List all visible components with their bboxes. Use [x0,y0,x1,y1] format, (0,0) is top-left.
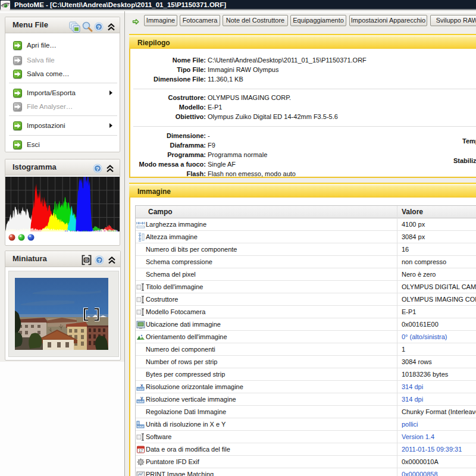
svg-text:y: y [140,395,143,400]
svg-text:AF: AF [84,259,88,262]
svg-text:17: 17 [139,449,143,453]
svg-text:?: ? [98,257,101,264]
svg-text:?: ? [97,24,101,30]
svg-text:x: x [140,383,143,388]
svg-text:?: ? [96,165,99,172]
